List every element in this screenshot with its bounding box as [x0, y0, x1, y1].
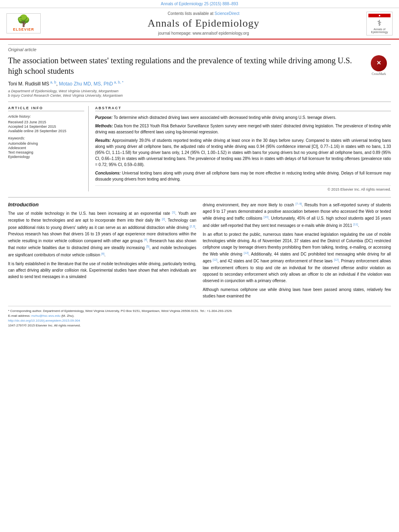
article-info-header: ARTICLE INFO	[8, 106, 84, 111]
contents-line: Contents lists available at ScienceDirec…	[43, 11, 364, 16]
homepage-line: journal homepage: www.annalsof epidemiol…	[43, 31, 364, 35]
elsevier-tree-icon: 🌳	[17, 15, 31, 27]
body-section: Introduction The use of mobile technolog…	[8, 197, 391, 302]
abstract-column: ABSTRACT Purpose: To determine which dis…	[95, 106, 391, 191]
article-dates: Received 23 June 2015 Accepted 14 Septem…	[8, 120, 84, 133]
citation-bar: Annals of Epidemiology 25 (2015) 888–893	[0, 0, 399, 8]
ref-1: [1]	[172, 211, 175, 214]
sciencedirect-link[interactable]: ScienceDirect	[214, 11, 239, 16]
received-date: Received 23 June 2015	[8, 120, 84, 124]
page-footer: * Corresponding author. Department of Ep…	[8, 306, 391, 328]
keyword-1: Automobile driving	[8, 141, 84, 145]
purpose-text: To determine which distracted driving la…	[114, 115, 337, 120]
affiliations: a Department of Epidemiology, West Virgi…	[8, 89, 391, 98]
main-content: Original article The association between…	[0, 39, 399, 333]
issn-line: 1047-2797/© 2015 Elsevier Inc. All right…	[8, 323, 391, 328]
annals-logo-icon: ⚕	[368, 18, 391, 28]
doi-link[interactable]: http://dx.doi.org/10.1016/j.annepidem.20…	[8, 319, 80, 322]
article-title-container: The association between states' texting …	[8, 55, 391, 76]
journal-title: Annals of Epidemiology	[43, 17, 364, 29]
corresponding-author-note: * Corresponding author. Department of Ep…	[8, 309, 391, 314]
elsevier-logo: 🌳 ELSEVIER	[6, 13, 43, 33]
abstract-header: ABSTRACT	[95, 106, 391, 111]
crossmark-badge[interactable]: ✕ CrossMark	[367, 55, 391, 76]
abstract-purpose: Purpose: To determine which distracted d…	[95, 114, 391, 121]
journal-center-info: Contents lists available at ScienceDirec…	[43, 11, 364, 35]
ref-12a: [12]	[244, 251, 249, 254]
copyright-notice: © 2015 Elsevier Inc. All rights reserved…	[95, 185, 391, 191]
ref-6: [6]	[101, 252, 104, 255]
affiliation-b: b Injury Control Research Center, West V…	[8, 94, 391, 98]
footnote-star-text: * Corresponding author. Department of Ep…	[8, 309, 233, 313]
authors-line: Toni M. Rudisill MS a, b, Motao Zhu MD, …	[8, 80, 391, 87]
annals-logo-name: Annals ofEpidemiology	[368, 28, 391, 33]
keyword-3: Text messaging	[8, 150, 84, 154]
methods-label: Methods:	[95, 124, 113, 128]
author1-name: Toni M. Rudisill MS	[8, 81, 49, 87]
ref-12c: [12]	[334, 258, 339, 261]
annals-logo-box: ■ ⚕ Annals ofEpidemiology	[366, 12, 393, 35]
ref-7-9: [7–9]	[295, 202, 302, 205]
body-col-right: driving environment, they are more likel…	[203, 202, 391, 302]
email-label: E-mail address:	[8, 314, 31, 318]
email-line: E-mail address: mzhu@hsc.wvu.edu (M. Zhu…	[8, 314, 391, 318]
intro-para3: driving environment, they are more likel…	[203, 202, 391, 229]
ref-5: [5]	[146, 245, 150, 248]
abstract-results: Results: Approximately 39.0% of students…	[95, 137, 391, 168]
ref-11: [11]	[353, 223, 358, 226]
intro-title: Introduction	[8, 202, 196, 208]
intro-para4: In an effort to protect the public, nume…	[203, 231, 391, 284]
abstract-conclusions: Conclusions: Universal texting bans alon…	[95, 170, 391, 182]
email-suffix: (M. Zhu).	[61, 314, 74, 318]
available-date: Available online 28 September 2015	[8, 129, 84, 133]
ref-2-3: [2,3]	[190, 225, 195, 228]
article-type: Original article	[8, 44, 391, 52]
article-title-text: The association between states' texting …	[8, 56, 352, 75]
affiliation-a: a Department of Epidemiology, West Virgi…	[8, 89, 391, 93]
author1-sup: a, b	[49, 80, 56, 84]
footnote-area: * Corresponding author. Department of Ep…	[8, 309, 391, 328]
crossmark-icon: ✕	[371, 55, 387, 71]
ref-12b: [12]	[213, 258, 218, 261]
keyword-4: Epidemiology	[8, 155, 84, 159]
citation-text: Annals of Epidemiology 25 (2015) 888–893	[161, 2, 238, 6]
intro-para5: Although numerous cellphone use while dr…	[203, 287, 391, 299]
article-info-abstract: ARTICLE INFO Article history: Received 2…	[8, 102, 391, 191]
keyword-2: Adolescent	[8, 146, 84, 150]
accepted-date: Accepted 14 September 2015	[8, 125, 84, 129]
body-col-left: Introduction The use of mobile technolog…	[8, 202, 196, 302]
purpose-label: Purpose:	[95, 115, 112, 120]
ref-2: [2]	[162, 218, 165, 220]
ref-10: [10]	[264, 216, 268, 218]
article-info-column: ARTICLE INFO Article history: Received 2…	[8, 106, 89, 191]
annals-logo-area: ■ ⚕ Annals ofEpidemiology	[364, 12, 393, 35]
author2-sup: a, b, *	[113, 80, 123, 84]
article-history-label: Article history:	[8, 114, 84, 118]
intro-para1: The use of mobile technology in the U.S.…	[8, 210, 196, 258]
results-label: Results:	[95, 138, 111, 143]
intro-para2: It is fairly established in the literatu…	[8, 261, 196, 280]
author-email[interactable]: mzhu@hsc.wvu.edu	[31, 314, 60, 318]
elsevier-wordmark: ELSEVIER	[13, 27, 34, 31]
crossmark-label: CrossMark	[367, 72, 391, 76]
keywords-label: Keywords:	[8, 136, 84, 140]
abstract-methods: Methods: Data from the 2013 Youth Risk B…	[95, 123, 391, 135]
results-text: Approximately 39.0% of students reported…	[95, 138, 391, 167]
methods-text: Data from the 2013 Youth Risk Behavior S…	[95, 124, 391, 134]
contents-label: Contents lists available at	[168, 11, 213, 16]
author2-name[interactable]: Motao Zhu MD, MS, PhD	[59, 81, 113, 87]
ref-4: [4]	[144, 238, 147, 241]
journal-header: 🌳 ELSEVIER Contents lists available at S…	[0, 8, 399, 39]
conclusions-text: Universal texting bans along with young …	[95, 171, 391, 181]
annals-logo-top: ■	[368, 14, 391, 17]
conclusions-label: Conclusions:	[95, 171, 121, 175]
